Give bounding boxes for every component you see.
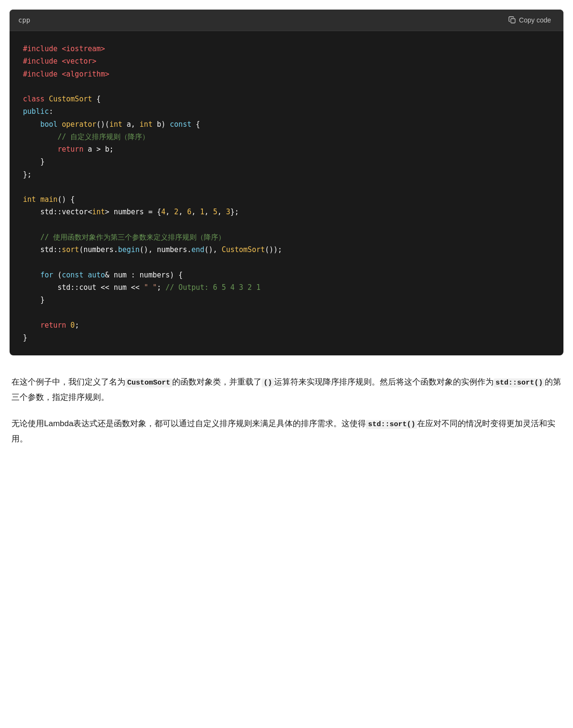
copy-code-button[interactable]: Copy code [505, 14, 555, 26]
code-pre: #include <iostream> #include <vector> #i… [23, 43, 550, 344]
code-content-area: #include <iostream> #include <vector> #i… [10, 31, 563, 355]
copy-code-label: Copy code [519, 16, 551, 24]
prose-text-1c: 运算符来实现降序排序规则。然后将这个函数对象的实例作为 [274, 377, 494, 386]
prose-paragraph-2: 无论使用Lambda表达式还是函数对象，都可以通过自定义排序规则来满足具体的排序… [11, 416, 562, 446]
code-block-header: cpp Copy code [10, 10, 563, 31]
prose-paragraph-1: 在这个例子中，我们定义了名为CustomSort的函数对象类，并重载了()运算符… [11, 375, 562, 405]
prose-code-stdsort-1: std::sort() [494, 378, 545, 387]
prose-section: 在这个例子中，我们定义了名为CustomSort的函数对象类，并重载了()运算符… [10, 371, 563, 450]
prose-code-stdsort-2: std::sort() [366, 420, 417, 429]
prose-text-1a: 在这个例子中，我们定义了名为 [11, 377, 125, 386]
prose-text-2a: 无论使用Lambda表达式还是函数对象，都可以通过自定义排序规则来满足具体的排序… [11, 419, 366, 428]
prose-code-paren: () [262, 378, 274, 387]
svg-rect-0 [511, 19, 515, 23]
copy-icon [508, 16, 516, 24]
code-lang-label: cpp [18, 16, 30, 24]
prose-text-1b: 的函数对象类，并重载了 [172, 377, 262, 386]
prose-code-customsort: CustomSort [125, 378, 172, 387]
code-block: cpp Copy code #include <iostream> #inclu… [10, 10, 563, 355]
